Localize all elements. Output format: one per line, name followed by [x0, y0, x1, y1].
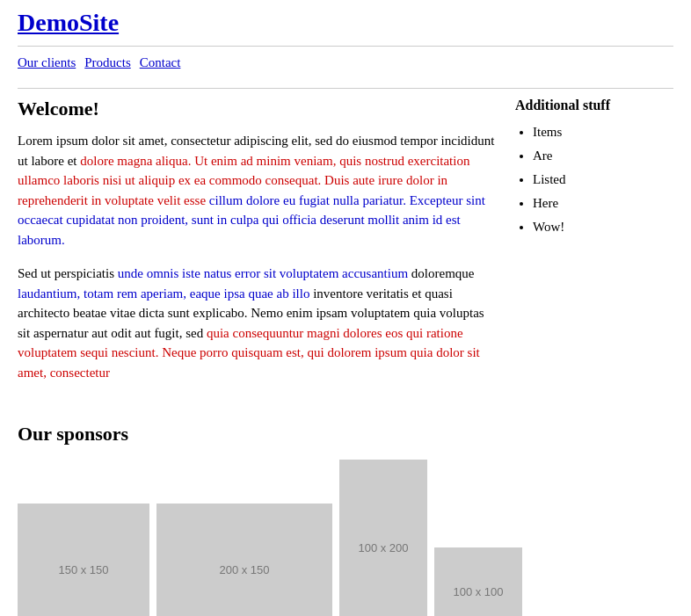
sidebar: Additional stuff Items Are Listed Here W…: [515, 98, 673, 396]
nav-contact[interactable]: Contact: [140, 55, 181, 70]
sponsor-placeholder-2: 100 x 200: [339, 460, 427, 616]
paragraph2: Sed ut perspiciatis unde omnis iste natu…: [18, 264, 498, 382]
nav-divider: [18, 88, 673, 89]
sponsors-heading: Our sponsors: [18, 423, 673, 446]
sidebar-item-items: Items: [533, 120, 673, 144]
top-divider: [18, 46, 673, 47]
sponsor-placeholder-0: 150 x 150: [18, 504, 149, 616]
nav-our-clients[interactable]: Our clients: [18, 55, 76, 70]
welcome-heading: Welcome!: [18, 98, 498, 120]
main-content: Welcome! Lorem ipsum dolor sit amet, con…: [18, 98, 498, 396]
sponsor-placeholder-3: 100 x 100: [434, 547, 522, 616]
site-title-link[interactable]: DemoSite: [18, 9, 119, 36]
sidebar-list: Items Are Listed Here Wow!: [515, 120, 673, 239]
main-nav: Our clients Products Contact: [18, 55, 673, 70]
sponsors-row: 150 x 150200 x 150100 x 200100 x 100200 …: [18, 460, 673, 616]
sponsors-section: Our sponsors 150 x 150200 x 150100 x 200…: [18, 423, 673, 616]
main-layout: Welcome! Lorem ipsum dolor sit amet, con…: [18, 98, 673, 396]
nav-products[interactable]: Products: [84, 55, 131, 70]
sidebar-item-are: Are: [533, 144, 673, 168]
sidebar-item-listed: Listed: [533, 168, 673, 192]
sidebar-heading: Additional stuff: [515, 98, 673, 113]
paragraph1: Lorem ipsum dolor sit amet, consectetur …: [18, 131, 498, 250]
blue-text-3: laudantium, totam rem aperiam, eaque ips…: [18, 286, 309, 301]
sponsor-placeholder-1: 200 x 150: [156, 504, 332, 616]
site-title: DemoSite: [18, 9, 673, 37]
red-text-2: quia consequuntur magni dolores eos qui …: [18, 326, 480, 380]
blue-text-2: unde omnis iste natus error sit voluptat…: [118, 266, 408, 280]
sidebar-item-wow: Wow!: [533, 215, 673, 239]
sidebar-item-here: Here: [533, 192, 673, 215]
